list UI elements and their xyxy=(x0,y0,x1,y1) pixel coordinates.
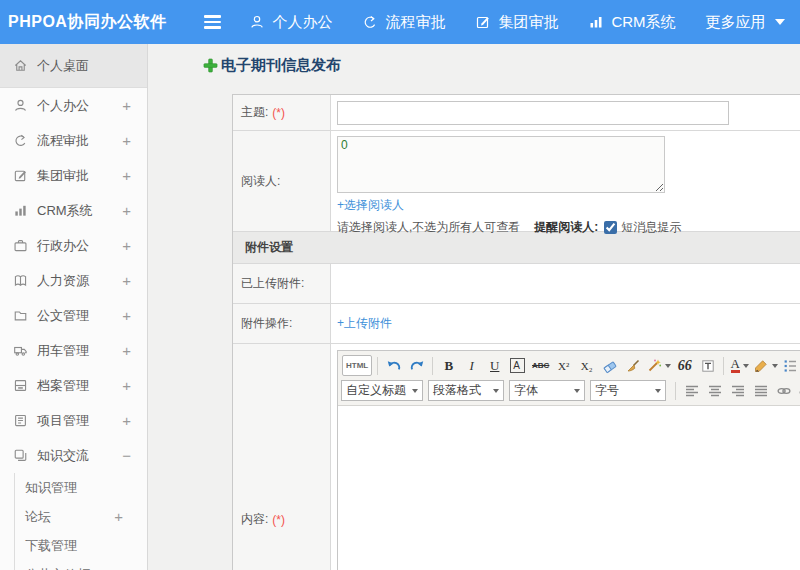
select-readers-link[interactable]: +选择阅读人 xyxy=(337,197,404,214)
redo-icon xyxy=(409,358,425,374)
chevron-down-icon xyxy=(775,19,785,25)
content-label: 内容: xyxy=(241,511,268,528)
blockquote-button[interactable]: 66 xyxy=(674,355,695,376)
edit-square-icon xyxy=(475,14,491,30)
expand-plus-icon[interactable]: + xyxy=(122,167,137,184)
highlight-color-dropdown-button[interactable] xyxy=(752,355,779,376)
sidebar-item-project-management[interactable]: 项目管理 + xyxy=(0,403,147,438)
chevron-down-icon xyxy=(665,364,671,368)
sidebar-item-knowledge-exchange[interactable]: 知识交流 − xyxy=(0,438,147,473)
bar-chart-icon xyxy=(588,14,604,30)
uploaded-attachments-row: 已上传附件: xyxy=(233,264,800,304)
highlighter-icon xyxy=(753,358,769,374)
align-center-icon xyxy=(707,383,723,399)
nav-more-apps[interactable]: 更多应用 xyxy=(706,13,785,32)
project-board-icon xyxy=(13,413,28,428)
subscript-button[interactable]: X₂ xyxy=(576,355,597,376)
rich-text-editor: HTML B I U A ABC X² xyxy=(337,350,800,570)
undo-button[interactable] xyxy=(383,355,404,376)
paragraph-format-select[interactable]: 段落格式 xyxy=(428,380,504,401)
expand-plus-icon[interactable]: + xyxy=(122,412,137,429)
strikethrough-button[interactable]: ABC xyxy=(530,355,551,376)
editor-canvas[interactable] xyxy=(338,406,800,570)
sms-remind-checkbox[interactable] xyxy=(604,221,617,234)
folder-icon xyxy=(13,308,28,323)
sidebar-item-workflow-approval[interactable]: 流程审批 + xyxy=(0,123,147,158)
font-size-select[interactable]: 字号 xyxy=(590,380,666,401)
font-family-select[interactable]: 字体 xyxy=(509,380,585,401)
underline-button[interactable]: U xyxy=(484,355,505,376)
expand-plus-icon[interactable]: + xyxy=(122,307,137,324)
custom-heading-select[interactable]: 自定义标题 xyxy=(341,380,423,401)
nav-label: 流程审批 xyxy=(385,13,445,32)
expand-plus-icon[interactable]: + xyxy=(122,132,137,149)
italic-button[interactable]: I xyxy=(461,355,482,376)
subject-input[interactable] xyxy=(337,101,729,125)
expand-plus-icon[interactable]: + xyxy=(122,202,137,219)
expand-plus-icon[interactable]: + xyxy=(122,272,137,289)
nav-label: CRM系统 xyxy=(611,13,675,32)
format-eraser-button[interactable] xyxy=(599,355,620,376)
sidebar-item-document-management[interactable]: 公文管理 + xyxy=(0,298,147,333)
briefcase-icon xyxy=(13,238,28,253)
expand-plus-icon[interactable]: + xyxy=(122,97,137,114)
top-nav: 个人办公 流程审批 集团审批 CRM系统 更多应用 xyxy=(249,13,784,32)
expand-plus-icon[interactable]: + xyxy=(122,342,137,359)
sms-remind-label: 短消息提示 xyxy=(621,219,681,236)
editor-toolbar: HTML B I U A ABC X² xyxy=(338,351,800,406)
insert-link-button[interactable] xyxy=(773,380,794,401)
content-row: 内容: (*) HTML B I xyxy=(233,344,800,570)
nav-group-approval[interactable]: 集团审批 xyxy=(475,13,558,32)
sidebar-item-personal-desktop[interactable]: 个人桌面 xyxy=(0,44,147,88)
chevron-down-icon xyxy=(743,364,749,368)
redo-button[interactable] xyxy=(406,355,427,376)
subject-row: 主题: (*) xyxy=(233,95,800,131)
toolbar-separator xyxy=(377,357,378,375)
sidebar-subitem-download-management[interactable]: 下载管理 xyxy=(15,531,147,560)
expand-plus-icon[interactable]: + xyxy=(114,508,147,525)
bold-button[interactable]: B xyxy=(438,355,459,376)
person-icon xyxy=(13,98,28,113)
app-title: PHPOA协同办公软件 xyxy=(0,12,166,33)
sidebar-subitem-knowledge-management[interactable]: 知识管理 xyxy=(15,473,147,502)
bar-chart-icon xyxy=(13,203,28,218)
html-source-button[interactable]: HTML xyxy=(342,355,372,376)
sidebar-item-vehicle-management[interactable]: 用车管理 + xyxy=(0,333,147,368)
sidebar-item-personal-office[interactable]: 个人办公 + xyxy=(0,88,147,123)
collapse-minus-icon[interactable]: − xyxy=(122,447,137,464)
sidebar-subitem-forum[interactable]: 论坛 + xyxy=(15,502,147,531)
sidebar-subitem-public-file-cabinet[interactable]: 公共文件柜 xyxy=(15,560,147,570)
font-color-dropdown-button[interactable]: A xyxy=(729,355,750,376)
nav-crm-system[interactable]: CRM系统 xyxy=(588,13,675,32)
truck-icon xyxy=(13,343,28,358)
upload-attachment-link[interactable]: +上传附件 xyxy=(337,315,392,332)
nav-personal-office[interactable]: 个人办公 xyxy=(249,13,332,32)
auto-typeset-dropdown-button[interactable] xyxy=(645,355,672,376)
align-left-button[interactable] xyxy=(681,380,702,401)
subject-label: 主题: xyxy=(241,104,268,121)
align-right-button[interactable] xyxy=(727,380,748,401)
sidebar-item-admin-office[interactable]: 行政办公 + xyxy=(0,228,147,263)
superscript-button[interactable]: X² xyxy=(553,355,574,376)
expand-plus-icon[interactable]: + xyxy=(122,237,137,254)
format-brush-button[interactable] xyxy=(622,355,643,376)
knowledge-exchange-submenu: 知识管理 论坛 + 下载管理 公共文件柜 xyxy=(14,473,147,570)
align-center-button[interactable] xyxy=(704,380,725,401)
sidebar-item-archive-management[interactable]: 档案管理 + xyxy=(0,368,147,403)
ordered-list-dropdown-button[interactable] xyxy=(781,355,800,376)
sidebar-item-crm-system[interactable]: CRM系统 + xyxy=(0,193,147,228)
sidebar-item-group-approval[interactable]: 集团审批 + xyxy=(0,158,147,193)
ordered-list-icon xyxy=(782,358,798,374)
hamburger-menu-button[interactable] xyxy=(204,15,221,28)
insert-template-button[interactable] xyxy=(697,355,718,376)
font-border-button[interactable]: A xyxy=(507,355,528,376)
expand-plus-icon[interactable]: + xyxy=(122,377,137,394)
sidebar-item-human-resources[interactable]: 人力资源 + xyxy=(0,263,147,298)
remove-link-button[interactable] xyxy=(796,380,800,401)
nav-workflow-approval[interactable]: 流程审批 xyxy=(362,13,445,32)
readers-textarea[interactable]: 0 xyxy=(337,136,665,193)
required-mark: (*) xyxy=(272,106,285,120)
sidebar: 个人桌面 个人办公 + 流程审批 + 集团审批 + CRM系统 + 行政办公 + xyxy=(0,44,148,570)
green-plus-icon xyxy=(203,58,218,73)
align-justify-button[interactable] xyxy=(750,380,771,401)
